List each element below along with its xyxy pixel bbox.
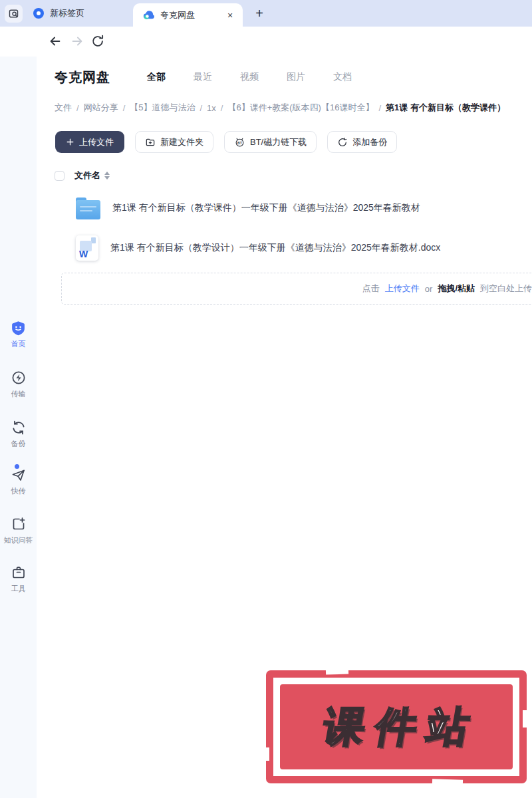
file-name: 第1课 有个新目标（教学课件）一年级下册《道德与法治》2025年春新教材	[112, 202, 420, 214]
sidebar-item-label: 备份	[11, 439, 26, 449]
refresh-icon[interactable]	[90, 34, 105, 49]
browser-toolbar	[0, 27, 532, 57]
breadcrumb-separator: /	[221, 103, 223, 113]
hint-drag: 拖拽/粘贴	[438, 283, 475, 295]
svg-text:BT: BT	[237, 141, 243, 145]
breadcrumb-separator: /	[378, 103, 381, 113]
sidebar-item-label: 工具	[11, 584, 26, 594]
upload-dropzone[interactable]: 点击 上传文件 or 拖拽/粘贴 到空白处上传	[61, 273, 532, 305]
tab-label: 新标签页	[50, 7, 84, 19]
sidebar-item-backup[interactable]: 备份	[0, 419, 37, 449]
tab-new-tab-page[interactable]: 新标签页	[27, 0, 126, 27]
browser-tabstrip: 新标签页 夸克网盘 × +	[0, 0, 532, 27]
new-folder-icon	[145, 137, 156, 148]
breadcrumb-separator: /	[123, 103, 126, 113]
add-backup-icon	[337, 137, 348, 148]
new-tab-page-favicon	[33, 8, 44, 19]
window-search-button[interactable]	[5, 5, 23, 23]
sidebar-item-label: 快传	[11, 486, 26, 496]
backup-sync-icon	[10, 419, 27, 436]
tab-quark-netdisk[interactable]: 夸克网盘 ×	[133, 3, 243, 27]
sort-icon[interactable]	[104, 172, 110, 180]
close-tab-icon[interactable]: ×	[224, 10, 236, 21]
tab-videos[interactable]: 视频	[240, 67, 259, 87]
new-folder-button[interactable]: 新建文件夹	[135, 131, 213, 153]
bt-magnet-download-button[interactable]: BT BT/磁力链下载	[224, 131, 317, 153]
quark-cloud-favicon	[142, 10, 155, 20]
watermark-text: 课件站	[309, 699, 485, 755]
window-search-icon	[8, 8, 19, 19]
plus-icon	[66, 138, 74, 146]
bt-download-label: BT/磁力链下载	[250, 136, 307, 148]
new-tab-button[interactable]: +	[250, 4, 269, 23]
bt-magnet-icon: BT	[234, 136, 245, 148]
back-icon[interactable]	[48, 34, 63, 49]
breadcrumb-item-current: 第1课 有个新目标（教学课件）	[386, 102, 505, 114]
view-tabs: 全部 最近 视频 图片 文档	[119, 67, 352, 87]
sidebar-item-tools[interactable]: 工具	[0, 564, 37, 594]
breadcrumb-item[interactable]: 【6】课件+教案(版本四)【16课时全】	[227, 102, 374, 114]
file-name: 第1课 有个新目标（教学设计）一年级下册《道德与法治》2025年春新教材.doc…	[110, 242, 440, 254]
sidebar-item-label: 首页	[11, 339, 26, 349]
sidebar-item-quick-transfer[interactable]: 快传	[0, 466, 37, 496]
forward-icon[interactable]	[70, 34, 84, 49]
page-title: 夸克网盘	[55, 68, 110, 86]
knowledge-box-icon	[10, 515, 27, 533]
tab-images[interactable]: 图片	[287, 67, 305, 87]
breadcrumb-separator: /	[76, 103, 79, 113]
tab-documents[interactable]: 文档	[333, 67, 352, 87]
tab-all[interactable]: 全部	[147, 67, 166, 87]
tab-label: 夸克网盘	[160, 9, 219, 21]
file-list-header: 文件名	[55, 170, 110, 182]
transfer-icon	[10, 369, 27, 386]
breadcrumb-separator: /	[200, 103, 202, 113]
watermark-stamp: 课件站	[266, 670, 527, 783]
file-row-docx[interactable]: W 第1课 有个新目标（教学设计）一年级下册《道德与法治》2025年春新教材.d…	[37, 228, 532, 268]
breadcrumb-item[interactable]: 网站分享	[84, 102, 118, 114]
breadcrumb-item[interactable]: 1x	[207, 103, 216, 113]
sidebar-item-label: 传输	[11, 389, 26, 399]
action-buttons: 上传文件 新建文件夹 BT BT/磁力链下载 添加备份	[55, 131, 397, 153]
breadcrumb: 文件 / 网站分享 / 【5】道德与法治 / 1x / 【6】课件+教案(版本四…	[55, 102, 505, 114]
upload-file-label: 上传文件	[79, 136, 114, 148]
select-all-checkbox[interactable]	[55, 171, 65, 181]
stamp-inner: 课件站	[280, 684, 513, 769]
hint-suffix: 到空白处上传	[480, 283, 532, 295]
folder-icon	[76, 198, 100, 219]
sidebar-item-label: 知识问答	[4, 535, 33, 545]
filename-column-header[interactable]: 文件名	[74, 170, 100, 182]
sidebar-item-transfer[interactable]: 传输	[0, 369, 37, 399]
sidebar: 首页 传输 备份 快传	[0, 57, 37, 798]
add-backup-button[interactable]: 添加备份	[327, 131, 397, 153]
new-folder-label: 新建文件夹	[160, 136, 203, 148]
notification-badge	[15, 464, 19, 469]
upload-file-button[interactable]: 上传文件	[55, 131, 124, 153]
breadcrumb-item[interactable]: 【5】道德与法治	[130, 102, 195, 114]
add-backup-label: 添加备份	[352, 136, 387, 148]
tab-recent[interactable]: 最近	[194, 67, 212, 87]
toolbox-icon	[10, 564, 27, 581]
hint-prefix: 点击	[362, 283, 380, 295]
breadcrumb-item[interactable]: 文件	[55, 102, 72, 114]
file-row-folder[interactable]: 第1课 有个新目标（教学课件）一年级下册《道德与法治》2025年春新教材	[37, 188, 532, 228]
sidebar-item-home[interactable]: 首页	[0, 319, 37, 349]
home-smiley-icon	[10, 319, 27, 336]
word-doc-icon: W	[76, 235, 98, 261]
sidebar-item-knowledge-qa[interactable]: 知识问答	[0, 515, 37, 545]
title-row: 夸克网盘 全部 最近 视频 图片 文档	[55, 67, 352, 87]
paper-plane-icon	[10, 466, 27, 483]
upload-file-link[interactable]: 上传文件	[385, 283, 420, 295]
hint-or: or	[425, 284, 433, 294]
